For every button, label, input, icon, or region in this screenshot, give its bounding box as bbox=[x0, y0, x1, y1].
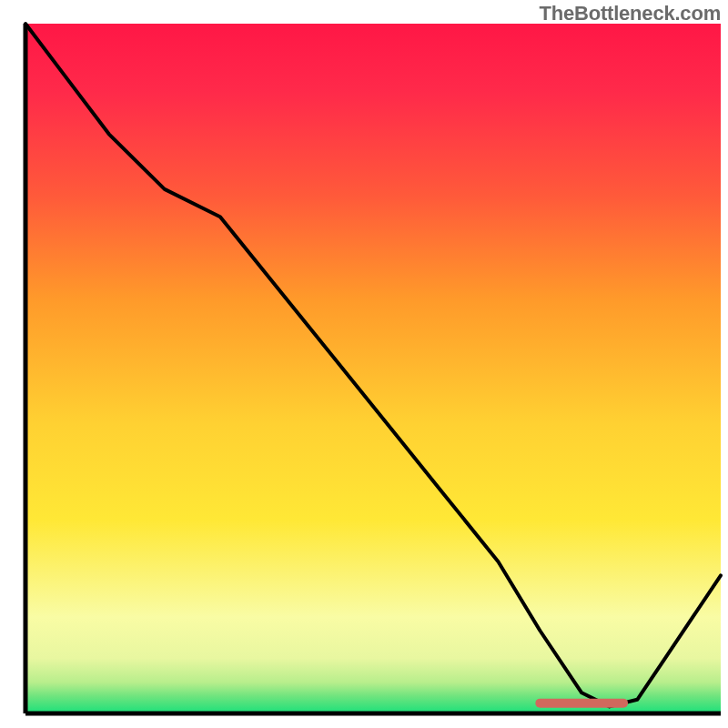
watermark-text: TheBottleneck.com bbox=[539, 2, 721, 25]
gradient-background bbox=[25, 24, 721, 713]
chart-svg bbox=[0, 0, 728, 728]
bottleneck-chart: TheBottleneck.com bbox=[0, 0, 728, 728]
